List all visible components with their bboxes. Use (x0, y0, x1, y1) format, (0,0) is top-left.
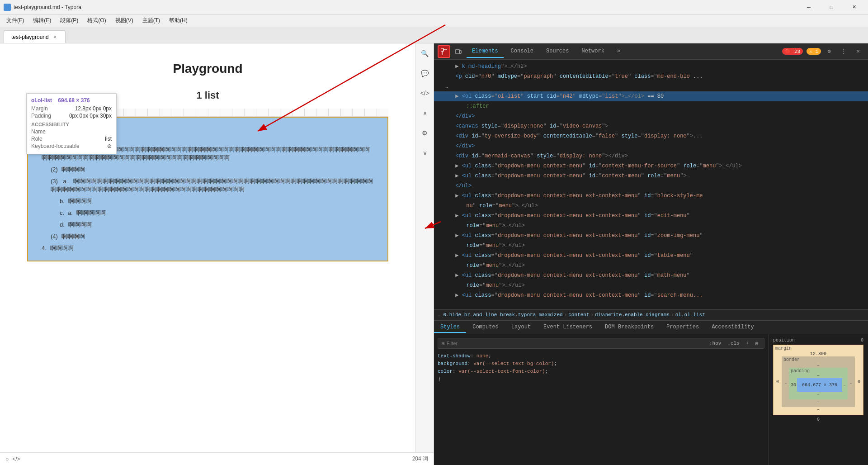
menu-file[interactable]: 文件(F) (2, 15, 28, 26)
devtools-tab-elements[interactable]: Elements (467, 45, 504, 58)
menu-format[interactable]: 格式(O) (83, 15, 110, 26)
dom-line[interactable]: </div> (434, 111, 868, 121)
dom-line-selected[interactable]: ▶ <ol class="ol-list" start cid="n42" md… (434, 91, 868, 101)
devtools-close-icon[interactable]: ✕ (852, 45, 864, 58)
ruler-tick (280, 109, 292, 116)
name-label: Name (31, 128, 46, 135)
dom-line[interactable]: ▶ <ul class="dropdown-menu context-menu … (434, 231, 868, 241)
menu-help[interactable]: 帮助(H) (165, 15, 192, 26)
dom-line[interactable]: ▶ <ul class="dropdown-menu context-menu … (434, 191, 868, 201)
breadcrumb-item-ol[interactable]: ol.ol-list (675, 312, 705, 318)
tab-dom-breakpoints[interactable]: DOM Breakpoints (599, 322, 660, 333)
code-toolbar-icon[interactable]: </> (419, 87, 431, 100)
accessibility-title: ACCESSIBILITY (31, 122, 112, 127)
bottom-zero: 0 (773, 417, 863, 422)
warning-badge: ⚠ 1 (807, 48, 821, 55)
settings-icon[interactable]: ⚙ (823, 45, 835, 58)
list-item: 4.啊啊啊啊 (42, 244, 374, 252)
menu-edit[interactable]: 编辑(E) (28, 15, 56, 26)
devtools-tab-network[interactable]: Network (576, 45, 609, 58)
tooltip-padding-row: Padding 0px 0px 0px 30px (31, 113, 112, 119)
dom-line[interactable]: ▶ <ul class="dropdown-menu context-menu"… (434, 171, 868, 181)
devtools-tab-console[interactable]: Console (505, 45, 539, 58)
list-item: d.啊啊啊啊 (42, 221, 374, 229)
hov-button[interactable]: :hov (707, 340, 723, 346)
comment-toolbar-icon[interactable]: 💬 (419, 67, 431, 80)
dom-line[interactable]: role="menu">…</ul> (434, 221, 868, 231)
tab-event-listeners[interactable]: Event Listeners (537, 322, 599, 333)
up-toolbar-icon[interactable]: ∧ (419, 107, 431, 119)
devtools-tab-more[interactable]: » (612, 45, 626, 58)
dom-line[interactable]: ▶ <ul class="dropdown-menu context-menu … (434, 290, 868, 300)
filter-actions: :hov .cls + ⊟ (707, 340, 760, 347)
elements-panel[interactable]: ▶ k md-heading">…</h2> <p cid="n70" mdty… (434, 60, 868, 309)
list-item: b.啊啊啊啊 (42, 197, 374, 205)
tab-accessibility[interactable]: Accessibility (705, 322, 760, 333)
dom-line[interactable]: ▶ <ul class="dropdown-menu context-menu … (434, 251, 868, 261)
list-item: (4)啊啊啊啊 (42, 232, 374, 241)
styles-left: ⊞ :hov .cls + ⊟ text-shadow: none; (434, 334, 769, 465)
ruler-tick (304, 109, 316, 116)
dom-line[interactable]: </div> (434, 141, 868, 151)
border-left-value: – (783, 380, 789, 387)
tab-close-button[interactable]: × (52, 34, 58, 40)
breadcrumb-item[interactable]: content (568, 312, 589, 318)
down-toolbar-icon[interactable]: ∨ (419, 147, 431, 159)
tab-styles[interactable]: Styles (434, 322, 466, 333)
dom-line[interactable]: ▶ <ul class="dropdown-menu context-menu"… (434, 161, 868, 171)
device-icon[interactable] (452, 45, 465, 58)
editor-panel: ol.ol-list 694.68 × 376 Margin 12.8px 0p… (0, 43, 434, 465)
close-button[interactable]: ✕ (844, 0, 864, 14)
dom-line[interactable]: <canvas style="display:none" id="video-c… (434, 121, 868, 131)
tab-layout[interactable]: Layout (505, 322, 537, 333)
dom-line[interactable]: nu" role="menu">…</ul> (434, 201, 868, 211)
status-circle-icon: ○ (5, 456, 9, 462)
style-line: text-shadow: none; (438, 352, 764, 360)
dom-line[interactable]: role="menu">…</ul> (434, 261, 868, 270)
menu-bar: 文件(F) 编辑(E) 段落(P) 格式(O) 视图(V) 主题(T) 帮助(H… (0, 14, 868, 27)
list-item: (3) a. 啊啊啊啊啊啊啊啊啊啊啊啊啊啊啊啊啊啊啊啊啊啊啊啊啊啊啊啊啊啊啊啊啊… (42, 177, 374, 194)
tab-properties[interactable]: Properties (660, 322, 705, 333)
tab-computed[interactable]: Computed (466, 322, 505, 333)
search-toolbar-icon[interactable]: 🔍 (419, 47, 431, 60)
menu-paragraph[interactable]: 段落(P) (56, 15, 83, 26)
margin-box-label: margin (775, 346, 792, 351)
menu-view[interactable]: 视图(V) (111, 15, 138, 26)
toggle-button[interactable]: ⊟ (753, 340, 760, 347)
cls-button[interactable]: .cls (725, 340, 741, 346)
tooltip-role-row: Role list (31, 136, 112, 142)
dom-line[interactable]: <div id="mermaid-canvas" style="display:… (434, 151, 868, 161)
window-title: test-playground.md - Typora (14, 4, 798, 10)
minimize-button[interactable]: ─ (798, 0, 819, 14)
dom-line[interactable]: role="menu">…</ul> (434, 241, 868, 251)
padding-box: padding – 30 664.677 × 376 (789, 368, 848, 399)
filter-input[interactable] (447, 341, 705, 346)
dom-line[interactable]: ::after (434, 101, 868, 111)
dom-line[interactable]: <div id="ty-oversize-body" contenteditab… (434, 131, 868, 141)
ruler-tick (328, 109, 340, 116)
dom-line[interactable]: ▶ <ul class="dropdown-menu context-menu … (434, 211, 868, 221)
svg-rect-3 (456, 49, 459, 54)
maximize-button[interactable]: □ (821, 0, 842, 14)
styles-code: text-shadow: none; background: var(--sel… (438, 352, 764, 383)
tab-test-playground[interactable]: test-playground × (4, 30, 66, 43)
more-icon[interactable]: ⋮ (837, 45, 850, 58)
inspect-icon[interactable] (438, 45, 450, 58)
dom-line[interactable]: ▶ k md-heading">…</h2> (434, 62, 868, 71)
window-controls: ─ □ ✕ (798, 0, 864, 14)
dom-line[interactable]: <p cid="n70" mdtype="paragraph" contente… (434, 71, 868, 81)
breadcrumb-item[interactable]: div#write.enable-diagrams (595, 312, 670, 318)
dom-line[interactable]: role="menu">…</ul> (434, 280, 868, 290)
menu-theme[interactable]: 主题(T) (138, 15, 165, 26)
margin-value: 12.8px 0px 0px (75, 105, 112, 112)
breadcrumb-item[interactable]: 0.hide-br-and-line-break.typora-maxmized (443, 312, 563, 318)
ruler-tick (340, 109, 353, 116)
dom-line-ellipsis[interactable]: … (434, 81, 868, 91)
devtools-toolbar: Elements Console Sources Network » 🔴 23 … (434, 43, 868, 60)
ruler-tick (172, 109, 184, 116)
devtools-tab-sources[interactable]: Sources (541, 45, 574, 58)
add-rule-button[interactable]: + (744, 340, 751, 346)
dom-line[interactable]: ▶ <ul class="dropdown-menu context-menu … (434, 270, 868, 280)
branch-toolbar-icon[interactable]: ⚙ (419, 127, 431, 139)
dom-line[interactable]: </ul> (434, 181, 868, 191)
